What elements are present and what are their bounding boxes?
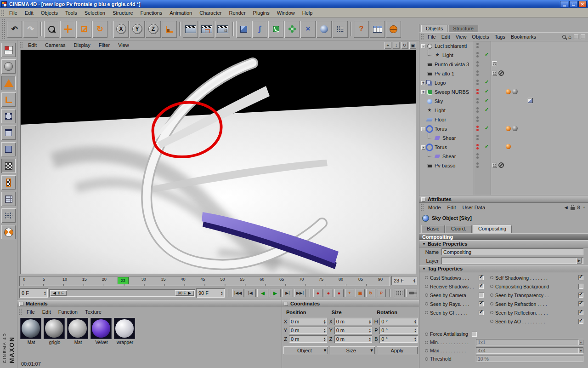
- viewport-rotate-button[interactable]: ↻: [401, 42, 408, 49]
- history-back-icon[interactable]: ◀: [565, 205, 568, 210]
- visibility-dots[interactable]: [476, 126, 479, 131]
- rotation-p-field[interactable]: 0 °▴▾: [379, 327, 418, 334]
- target-tag-icon[interactable]: [492, 61, 497, 66]
- visibility-dots[interactable]: [476, 43, 479, 48]
- new-window-icon[interactable]: +: [583, 205, 585, 210]
- seen-by-ao-checkbox[interactable]: [578, 319, 583, 324]
- attr-menu-edit[interactable]: Edit: [444, 204, 459, 211]
- tree-row[interactable]: - Torus: [419, 143, 588, 152]
- goto-end-button[interactable]: ▶▶|: [294, 289, 305, 297]
- tree-row[interactable]: + Logo: [419, 78, 588, 87]
- menu-character[interactable]: Character: [196, 9, 225, 17]
- phong-tag-icon[interactable]: [512, 126, 518, 131]
- snap-settings-button[interactable]: [1, 208, 16, 223]
- material-tag-icon[interactable]: [506, 144, 511, 149]
- attr-menu-mode[interactable]: Mode: [425, 204, 444, 211]
- texture-axis-button[interactable]: [1, 175, 16, 190]
- record-scale-toggle[interactable]: ▣: [356, 289, 365, 297]
- edges-mode-button[interactable]: [1, 126, 16, 140]
- visibility-dots[interactable]: [476, 107, 479, 113]
- add-nurbs-button[interactable]: [268, 21, 283, 38]
- receive-shadows-checkbox[interactable]: [479, 284, 484, 289]
- materials-grip[interactable]: [18, 308, 22, 316]
- tree-row[interactable]: Floor: [419, 115, 588, 124]
- y-axis-button[interactable]: Y: [130, 21, 145, 38]
- material-item[interactable]: wrapper: [114, 318, 136, 345]
- size-y-field[interactable]: 0 m▴▾: [334, 327, 373, 334]
- prev-key-button[interactable]: |◀: [245, 289, 256, 297]
- render-region-button[interactable]: [199, 21, 214, 38]
- phong-tag-icon[interactable]: [512, 89, 518, 94]
- filter-icon[interactable]: [574, 34, 578, 39]
- om-menu-view[interactable]: View: [453, 33, 469, 40]
- om-grip[interactable]: [420, 34, 424, 40]
- close-button[interactable]: ×: [578, 1, 587, 7]
- enabled-check-icon[interactable]: [485, 79, 489, 85]
- materials-menu-texture[interactable]: Texture: [81, 308, 105, 316]
- scale-button[interactable]: [76, 21, 91, 38]
- record-options-button[interactable]: ●: [334, 289, 344, 297]
- snap-grid-button[interactable]: [394, 289, 405, 297]
- object-label[interactable]: Torus: [435, 144, 447, 150]
- object-label[interactable]: Punto di vista 3: [435, 62, 469, 67]
- anim-dot-icon[interactable]: [425, 276, 428, 279]
- object-label[interactable]: Pv alto 1: [435, 71, 454, 76]
- add-spline-button[interactable]: ∫: [252, 21, 267, 38]
- current-frame-marker[interactable]: 23: [118, 277, 129, 284]
- content-browser-button[interactable]: [370, 21, 385, 38]
- rotation-h-field[interactable]: 0 °▴▾: [379, 318, 418, 325]
- anim-dot-icon[interactable]: [490, 276, 493, 279]
- render-view-button[interactable]: [183, 21, 198, 38]
- search-icon[interactable]: [562, 35, 566, 39]
- add-cube-button[interactable]: [236, 21, 251, 38]
- restore-button[interactable]: [569, 1, 577, 7]
- play-button[interactable]: ▶: [270, 289, 281, 297]
- material-item[interactable]: Mat: [67, 318, 89, 345]
- anim-dot-icon[interactable]: [425, 341, 428, 344]
- object-axis-button[interactable]: [1, 92, 16, 107]
- object-label[interactable]: Sky: [435, 98, 443, 104]
- tree-row[interactable]: Pv alto 1: [419, 69, 588, 78]
- keyframe-selection-button[interactable]: [406, 289, 417, 297]
- anim-dot-icon[interactable]: [490, 311, 493, 314]
- seen-by-refraction-checkbox[interactable]: [578, 301, 583, 306]
- uv-mode-button[interactable]: [1, 192, 16, 206]
- menu-functions[interactable]: Functions: [137, 9, 166, 17]
- visibility-dots[interactable]: [476, 153, 479, 159]
- anim-dot-icon[interactable]: [425, 333, 428, 336]
- object-tree[interactable]: - Luci schiarenti Light Punto di vista 3: [419, 41, 588, 196]
- enabled-check-icon[interactable]: [485, 88, 489, 94]
- visibility-dots[interactable]: [476, 89, 479, 94]
- z-axis-button[interactable]: Z: [146, 21, 161, 38]
- material-thumbnail[interactable]: [67, 318, 88, 339]
- viewport-menu-display[interactable]: Display: [70, 41, 95, 49]
- tab-objects[interactable]: Objects: [421, 25, 447, 32]
- anim-dot-icon[interactable]: [425, 293, 428, 297]
- target-tag-icon[interactable]: [492, 163, 497, 168]
- help-button[interactable]: ?: [354, 21, 369, 38]
- seen-by-rays-checkbox[interactable]: [479, 301, 484, 306]
- menu-file[interactable]: File: [6, 9, 21, 17]
- record-parameter-toggle[interactable]: P: [377, 289, 386, 297]
- object-mode-dropdown[interactable]: Object▾: [283, 346, 328, 354]
- record-button[interactable]: ●: [313, 289, 322, 297]
- tab-structure[interactable]: Structure: [448, 25, 478, 32]
- position-x-field[interactable]: 0 m▴▾: [289, 318, 327, 325]
- anim-dot-icon[interactable]: [490, 293, 493, 297]
- menu-selection[interactable]: Selection: [81, 9, 109, 17]
- layer-picker-button[interactable]: ▶: [577, 258, 582, 264]
- cast-shadows-checkbox[interactable]: [479, 275, 484, 280]
- autokey-button[interactable]: ●: [324, 289, 333, 297]
- object-label[interactable]: Luci schiarenti: [435, 43, 467, 49]
- expander-icon[interactable]: -: [421, 127, 425, 131]
- menubar-grip[interactable]: [1, 9, 4, 16]
- enabled-check-icon[interactable]: [485, 52, 489, 58]
- force-antialiasing-checkbox[interactable]: [472, 332, 477, 337]
- 3d-viewport[interactable]: [20, 50, 416, 274]
- menu-objects[interactable]: Objects: [37, 9, 62, 17]
- points-mode-button[interactable]: [1, 109, 16, 123]
- rotation-b-field[interactable]: 0 °▴▾: [379, 335, 418, 343]
- viewport-zoom-button[interactable]: ↕: [393, 42, 400, 49]
- material-thumbnail[interactable]: [90, 318, 112, 339]
- materials-menu-function[interactable]: Function: [55, 308, 81, 316]
